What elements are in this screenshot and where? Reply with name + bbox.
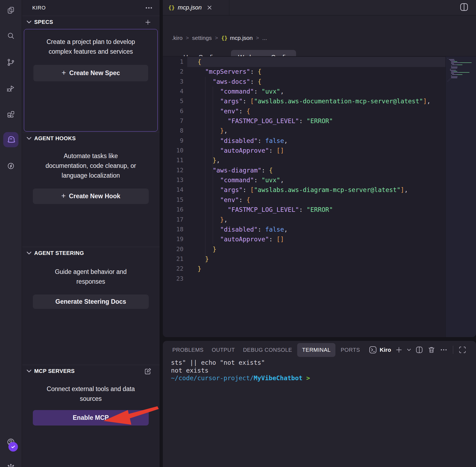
code-line[interactable]: 4 "command": "uvx", [163, 87, 445, 96]
code-line[interactable]: 3 "aws-docs": { [163, 77, 445, 87]
code-line[interactable]: 14 "args": ["awslabs.aws-diagram-mcp-ser… [163, 185, 445, 195]
code-line[interactable]: 22} [163, 264, 445, 274]
generate-steering-docs-button[interactable]: Generate Steering Docs [33, 295, 149, 309]
line-number[interactable]: 3 [163, 77, 183, 87]
line-number[interactable]: 13 [163, 175, 183, 185]
line-number[interactable]: 12 [163, 165, 183, 175]
split-editor-icon[interactable] [459, 2, 469, 12]
panel-tabs: PROBLEMSOUTPUTDEBUG CONSOLETERMINALPORTS [168, 342, 364, 357]
chevron-down-icon [26, 368, 32, 374]
code-line[interactable]: 2 "mcpServers": { [163, 67, 445, 76]
code-line[interactable]: 23 [163, 274, 445, 284]
breadcrumb-mcp-json[interactable]: mcp.json [230, 35, 253, 41]
breadcrumb-more[interactable]: ... [262, 35, 267, 41]
code-line[interactable]: 18 "disabled": false, [163, 225, 445, 234]
section-agent-steering-header[interactable]: AGENT STEERING [22, 247, 160, 259]
maximize-panel-icon[interactable] [458, 346, 467, 354]
minimap-line [449, 59, 454, 60]
breadcrumb-kiro[interactable]: .kiro [172, 35, 183, 41]
line-number[interactable]: 23 [163, 274, 183, 284]
line-number[interactable]: 4 [163, 87, 183, 96]
line-number[interactable]: 20 [163, 244, 183, 254]
create-new-spec-button[interactable]: + Create New Spec [33, 65, 148, 81]
code-line[interactable]: 1{ [163, 57, 445, 67]
code-line[interactable]: 15 "env": { [163, 195, 445, 205]
minimap-line [451, 66, 452, 66]
section-agent-steering-title: AGENT STEERING [34, 250, 84, 256]
minimap-line [451, 62, 472, 63]
line-number[interactable]: 11 [163, 155, 183, 165]
kill-terminal-trash-icon[interactable] [427, 346, 436, 354]
settings-gear-icon[interactable] [7, 464, 15, 467]
line-number[interactable]: 5 [163, 96, 183, 106]
files-icon[interactable] [7, 6, 15, 15]
terminal-dropdown-chevron-icon[interactable] [407, 348, 411, 352]
line-number[interactable]: 16 [163, 205, 183, 215]
line-number[interactable]: 6 [163, 106, 183, 116]
code-line[interactable]: 21 } [163, 254, 445, 264]
line-number[interactable]: 14 [163, 185, 183, 195]
section-specs-header[interactable]: SPECS [22, 16, 160, 28]
extensions-icon[interactable] [7, 110, 15, 119]
code-line[interactable]: 6 "env": { [163, 106, 445, 116]
panel-tab-terminal[interactable]: TERMINAL [297, 343, 335, 357]
code-line[interactable]: 19 "autoApprove": [] [163, 234, 445, 244]
code-line[interactable]: 13 "command": "uvx", [163, 175, 445, 185]
code-line[interactable]: 12 "aws-diagram": { [163, 165, 445, 175]
code-line[interactable]: 7 "FASTMCP_LOG_LEVEL": "ERROR" [163, 116, 445, 126]
add-spec-icon[interactable] [144, 18, 152, 26]
code-line[interactable]: 5 "args": ["awslabs.aws-documentation-mc… [163, 96, 445, 106]
panel-tab-problems[interactable]: PROBLEMS [168, 343, 208, 357]
line-number[interactable]: 15 [163, 195, 183, 205]
section-mcp-servers-header[interactable]: MCP SERVERS [22, 365, 160, 377]
code-line[interactable]: 8 }, [163, 126, 445, 136]
kiro-ghost-icon-active[interactable] [3, 132, 18, 147]
code-line[interactable]: 16 "FASTMCP_LOG_LEVEL": "ERROR" [163, 205, 445, 215]
panel-tab-ports[interactable]: PORTS [337, 343, 364, 357]
source-control-icon[interactable] [7, 58, 15, 67]
chevron-down-icon [26, 250, 32, 256]
create-new-hook-button[interactable]: + Create New Hook [33, 188, 149, 204]
panel-more-icon[interactable] [440, 346, 448, 354]
code-line[interactable]: 20 } [163, 244, 445, 254]
chat-lightning-icon[interactable] [7, 162, 15, 170]
breadcrumb-settings[interactable]: settings [192, 35, 212, 41]
line-number[interactable]: 1 [163, 57, 183, 67]
enable-mcp-button[interactable]: Enable MCP [33, 410, 149, 426]
panel-tab-debug-console[interactable]: DEBUG CONSOLE [239, 343, 296, 357]
line-number[interactable]: 18 [163, 225, 183, 234]
line-number[interactable]: 19 [163, 234, 183, 244]
sidebar-more-icon[interactable] [146, 7, 152, 9]
minimap-line [451, 71, 457, 72]
close-tab-icon[interactable] [206, 4, 213, 11]
panel-tab-output[interactable]: OUTPUT [208, 343, 239, 357]
code-editor[interactable]: 1{2 "mcpServers": {3 "aws-docs": {4 "com… [163, 56, 476, 337]
terminal-line: ~/code/cursor-project/MyVibeChatbot > [171, 374, 310, 382]
terminal-output[interactable]: sts" || echo "not exists"not exists~/cod… [171, 359, 310, 382]
minimap[interactable] [445, 56, 476, 337]
split-terminal-icon[interactable] [415, 346, 423, 354]
more-actions-icon[interactable] [472, 2, 476, 12]
code-line[interactable]: 17 }, [163, 215, 445, 225]
line-number[interactable]: 22 [163, 264, 183, 274]
search-icon[interactable] [7, 32, 15, 40]
line-number[interactable]: 10 [163, 146, 183, 155]
line-number[interactable]: 9 [163, 136, 183, 146]
json-file-icon: {} [221, 35, 227, 41]
run-debug-icon[interactable] [7, 84, 15, 93]
section-agent-hooks-title: AGENT HOOKS [34, 135, 76, 142]
line-number[interactable]: 8 [163, 126, 183, 136]
line-number[interactable]: 17 [163, 215, 183, 225]
code-line[interactable]: 10 "autoApprove": [] [163, 146, 445, 155]
line-number[interactable]: 21 [163, 254, 183, 264]
breadcrumb-separator: > [256, 35, 259, 41]
code-line[interactable]: 9 "disabled": false, [163, 136, 445, 146]
new-terminal-icon[interactable] [395, 346, 403, 354]
section-agent-hooks-header[interactable]: AGENT HOOKS [22, 132, 160, 144]
line-number[interactable]: 7 [163, 116, 183, 126]
code-line[interactable]: 11 }, [163, 155, 445, 165]
tab-mcp-json[interactable]: {} mcp.json [163, 0, 229, 15]
edit-mcp-config-icon[interactable] [144, 367, 152, 375]
line-number[interactable]: 2 [163, 67, 183, 76]
minimap-line [451, 72, 469, 73]
